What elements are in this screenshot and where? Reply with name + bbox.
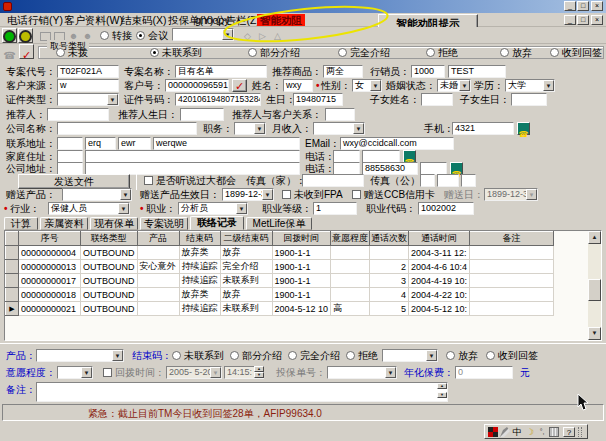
dial-type-radio-notdialed[interactable] [56,48,65,57]
grid-cell[interactable]: OUTBOUND [81,246,138,260]
grid-cell[interactable]: 1900-1-1 [272,260,331,274]
dropdown-icon[interactable] [526,189,537,200]
grid-cell[interactable]: 00000000021 [19,302,81,316]
fax-office-input-3[interactable] [461,174,476,187]
id-type-combobox[interactable] [57,93,119,106]
dial-type-radio-abandon[interactable] [500,48,509,57]
fax-home-input[interactable] [302,174,364,187]
home-tool-button[interactable]: △ [270,28,285,43]
child-birthday-input[interactable] [511,93,547,106]
grid-cell[interactable]: 高 [331,302,370,316]
mobile-input[interactable]: 4321 [452,122,514,135]
company-name-input[interactable] [57,122,197,135]
dropdown-icon[interactable] [222,29,233,40]
grid-cell[interactable]: 持续追踪 [179,260,220,274]
monthly-income-combobox[interactable] [313,122,365,135]
grid-cell[interactable]: 00000000018 [19,288,81,302]
child-name-input[interactable] [421,93,453,106]
tab-contact-records[interactable]: 联络记录 [190,216,244,230]
grid-cell[interactable]: 2004-4-19 10: [409,274,470,288]
refuse-reason-combobox[interactable] [382,349,438,362]
tab-relatives[interactable]: 亲属资料 [40,217,88,230]
contact-address-input-1[interactable] [57,137,83,150]
grid-cell[interactable]: 5 [370,302,409,316]
occupation-code-input[interactable]: 1002002 [418,202,474,215]
mdi-minimize-button[interactable]: _ [564,15,576,25]
menu-item-end-code[interactable]: 结束码(X) [121,14,167,26]
grid-cell[interactable] [137,288,179,302]
tab-existing-policies[interactable]: 现有保单 [90,217,138,230]
grid-cell[interactable]: 2004-4-6 10:4 [409,260,470,274]
ccb-card-checkbox[interactable] [352,190,361,199]
industry-combobox[interactable]: 保健人员 [48,202,130,215]
grid-cell[interactable] [137,246,179,260]
grid-cell[interactable]: 安心意外 [137,260,179,274]
grid-column-header[interactable]: 二级结束码 [220,232,272,246]
ime-softkeyboard-icon[interactable] [549,427,559,437]
fax-office-input-2[interactable] [437,174,459,187]
grid-cell[interactable]: 2004-4-22 10: [409,288,470,302]
dropdown-icon[interactable] [254,123,265,134]
grid-column-header[interactable]: 备注 [470,232,554,246]
call-release-button[interactable] [18,28,33,43]
contact-address-input-2[interactable]: erq [85,137,116,150]
dropdown-icon[interactable] [262,189,273,200]
arrow-up-icon[interactable]: ▲ [437,383,447,389]
referrer-relation-input[interactable] [325,108,355,121]
grid-cell[interactable] [331,260,370,274]
tab-project-notes[interactable]: 专案说明 [140,217,188,230]
grid-row[interactable]: 00000000018OUTBOUND放弃类放弃1900-1-142004-4-… [6,288,554,302]
conference-target-combobox[interactable] [172,28,234,41]
dropdown-icon[interactable] [107,94,118,105]
remark-scroll-buttons[interactable]: ▲ ▼ [437,383,447,396]
grid-cell[interactable]: 00000000013 [19,260,81,274]
id-no-input[interactable]: 420106194807153284 [175,93,261,106]
grid-cell[interactable]: 放弃 [220,288,272,302]
tab-calc[interactable]: 计算 [4,217,38,230]
grid-column-header[interactable]: 序号 [19,232,81,246]
dial-type-radio-full[interactable] [338,48,347,57]
scrollbar-down-button[interactable] [588,327,601,340]
ime-punctuation-icon[interactable]: °, [537,427,547,437]
agent-name-input[interactable]: TEST [448,65,506,78]
next-record-button[interactable]: ▷ [255,28,270,43]
gift-product-combobox[interactable] [62,188,132,201]
row-selector-cell[interactable] [6,260,19,274]
spin-down-icon[interactable]: ▼ [254,372,264,378]
project-code-input[interactable]: T02F021A [57,65,119,78]
grid-cell[interactable]: 放弃类 [179,246,220,260]
grid-cell[interactable] [331,246,370,260]
callback-time-checkbox[interactable] [103,368,112,377]
window-titlebar[interactable]: _ □ × [0,0,606,13]
dropdown-icon[interactable] [120,189,131,200]
customer-source-input[interactable]: w [57,79,119,92]
product-promoted-input[interactable]: 两全 [323,65,363,78]
ime-fullwidth-icon[interactable]: ☽ [525,427,535,437]
grid-cell[interactable]: 2004-5-12 10 [272,302,331,316]
birthday-input[interactable]: 19480715 [293,93,343,106]
grid-cell[interactable]: 放弃类 [179,288,220,302]
current-row-icon[interactable]: ▶ [6,302,19,316]
grid-cell[interactable] [137,274,179,288]
row-selector-cell[interactable] [6,288,19,302]
gift-date-combobox[interactable]: 1899-12-30 [484,188,538,201]
grid-cell[interactable]: OUTBOUND [81,302,138,316]
dial-type-radio-signed[interactable] [550,48,559,57]
gender-combobox[interactable]: 女 [352,79,382,92]
mobile-dial-button[interactable] [517,122,530,135]
customer-no-confirm-button[interactable] [232,79,247,92]
dropdown-icon[interactable] [236,203,247,214]
annual-premium-input[interactable]: 0 [455,366,513,379]
call-answer-button[interactable] [2,28,17,43]
project-name-input[interactable]: 目有名单 [175,65,267,78]
row-selector-cell[interactable] [6,246,19,260]
grid-cell[interactable]: 1900-1-1 [272,274,331,288]
grid-cell[interactable]: 持续追踪 [179,274,220,288]
ime-drag-handle[interactable] [578,427,582,437]
grid-row[interactable]: 00000000013OUTBOUND安心意外持续追踪完全介绍1900-1-12… [6,260,554,274]
ime-help-button[interactable]: ? [563,427,575,437]
end-code-radio-abandon[interactable] [446,351,455,360]
confirm-dial-button[interactable] [19,44,34,59]
end-code-radio-notreached[interactable] [172,351,181,360]
grid-vertical-scrollbar[interactable] [588,231,601,340]
